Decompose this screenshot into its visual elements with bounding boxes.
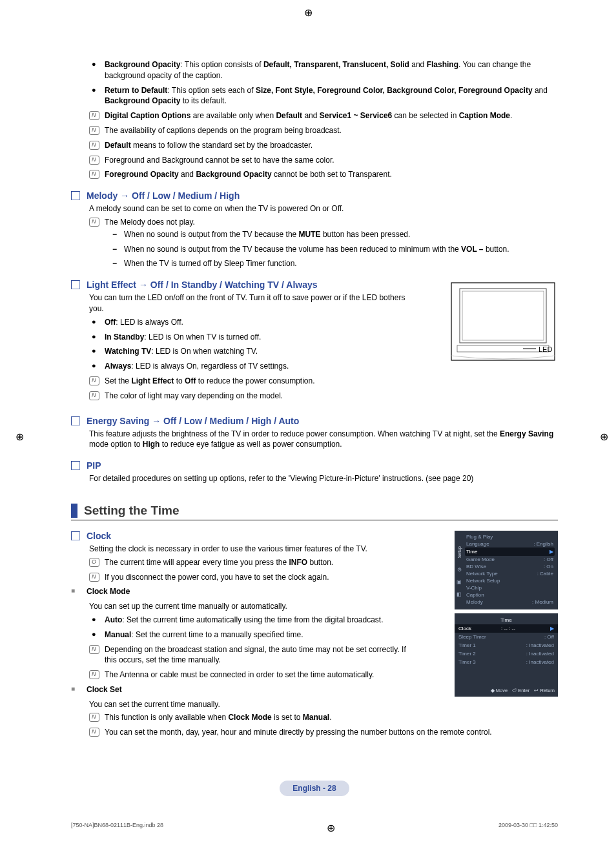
melody-note: The Melody does not play. When no sound … (89, 217, 558, 269)
clock-info-note: The current time will appear every time … (89, 557, 558, 568)
list-item: Auto: Set the current time automatically… (89, 615, 558, 626)
list-item: Manual: Set the current time to a manual… (89, 629, 558, 640)
section-marker-icon (71, 531, 80, 540)
dash-item: When no sound is output from the TV beca… (108, 244, 558, 255)
note-item: This function is only available when Clo… (89, 712, 558, 723)
note-item: Digital Caption Options are available on… (89, 110, 558, 121)
menu-row: Time▶ (465, 547, 555, 556)
registration-mark-top: ⊕ (304, 6, 313, 19)
clock-heading: Clock (71, 531, 445, 541)
list-item: Always: LED is always On, regardless of … (89, 361, 558, 372)
menu-row: Timer 3: Inactivated (455, 658, 558, 666)
menu-row: MelodyMedium (465, 598, 555, 606)
section-marker-icon (71, 280, 80, 289)
caption-options-list: Background Opacity: This option consists… (89, 59, 558, 107)
light-effect-body: You can turn the LED on/off on the front… (89, 292, 412, 314)
melody-heading: Melody → Off / Low / Medium / High (71, 190, 558, 201)
note-item: Depending on the broadcast station and s… (89, 644, 418, 666)
note-item: The Antenna or cable must be connected i… (89, 670, 418, 680)
clock-mode-notes: Depending on the broadcast station and s… (89, 644, 418, 680)
note-item: The Melody does not play. When no sound … (89, 217, 558, 269)
dash-item: When the TV is turned off by Sleep Timer… (108, 258, 558, 269)
file-name-meta: [750-NA]BN68-02111B-Eng.indb 28 (71, 822, 163, 834)
list-item: Background Opacity: This option consists… (89, 59, 558, 81)
energy-saving-body: This feature adjusts the brightness of t… (89, 429, 558, 451)
light-effect-heading: Light Effect → Off / In Standby / Watchi… (71, 280, 442, 290)
pip-title: PIP (87, 460, 101, 471)
note-item: The availability of captions depends on … (89, 125, 558, 136)
dash-item: When no sound is output from the TV beca… (108, 229, 558, 240)
registration-mark-right: ⊕ (600, 431, 608, 443)
section-marker-icon (71, 191, 80, 200)
energy-saving-heading: Energy Saving → Off / Low / Medium / Hig… (71, 416, 558, 426)
light-effect-title: Light Effect → Off / In Standby / Watchi… (87, 280, 318, 290)
note-item: Foreground and Background cannot be set … (89, 155, 558, 166)
setup-side-label: Setup (457, 546, 462, 558)
note-item: Foreground Opacity and Background Opacit… (89, 169, 558, 180)
registration-mark-left: ⊕ (15, 431, 24, 443)
menu-row: Plug & Play (465, 533, 555, 540)
note-item: The current time will appear every time … (89, 557, 558, 568)
list-item: Off: LED is always Off. (89, 317, 558, 328)
section-marker-icon (71, 461, 80, 470)
pip-body: For detailed procedures on setting up op… (89, 473, 558, 484)
section-marker-icon (71, 416, 80, 425)
menu-row: LanguageEnglish (465, 540, 555, 547)
page-number-pill: English - 28 (280, 781, 349, 796)
caption-notes-list: Digital Caption Options are available on… (89, 110, 558, 180)
clock-set-notes: This function is only available when Clo… (89, 712, 558, 738)
note-item: If you disconnect the power cord, you ha… (89, 572, 558, 583)
list-item: In Standby: LED is On when TV is turned … (89, 332, 558, 343)
melody-body: A melody sound can be set to come on whe… (89, 203, 558, 214)
setup-menu-panel: Setup ⚙ ▣ ◧ Plug & PlayLanguageEnglishTi… (455, 531, 558, 609)
timestamp-meta: 2009-03-30 □□ 1:42:50 (498, 822, 558, 834)
setting-time-section-header: Setting the Time (71, 504, 558, 520)
page-footer: English - 28 (71, 781, 558, 796)
clock-note: If you disconnect the power cord, you ha… (89, 572, 558, 583)
energy-saving-title: Energy Saving → Off / Low / Medium / Hig… (87, 416, 299, 426)
list-item: Return to Default: This option sets each… (89, 85, 558, 107)
menu-row: Timer 2: Inactivated (455, 650, 558, 658)
clock-set-heading: Clock Set (71, 684, 558, 695)
section-bar-icon (71, 504, 77, 518)
light-effect-notes: Set the Light Effect to Off to reduce th… (89, 376, 558, 402)
note-item: Set the Light Effect to Off to reduce th… (89, 376, 558, 387)
note-item: The color of light may vary depending on… (89, 391, 558, 402)
note-item: Default means to follow the standard set… (89, 140, 558, 151)
setting-time-title: Setting the Time (84, 504, 179, 518)
pip-heading: PIP (71, 460, 558, 471)
clock-title: Clock (87, 531, 111, 541)
menu-row: Timer 1: Inactivated (455, 641, 558, 650)
clock-mode-heading: Clock Mode (71, 586, 558, 597)
clock-set-body: You can set the current time manually. (89, 699, 558, 710)
list-item: Watching TV: LED is On when watching TV. (89, 346, 558, 357)
print-metadata: [750-NA]BN68-02111B-Eng.indb 28 ⊕ 2009-0… (71, 822, 558, 834)
melody-title: Melody → Off / Low / Medium / High (87, 190, 240, 201)
note-item: You can set the month, day, year, hour a… (89, 727, 558, 738)
